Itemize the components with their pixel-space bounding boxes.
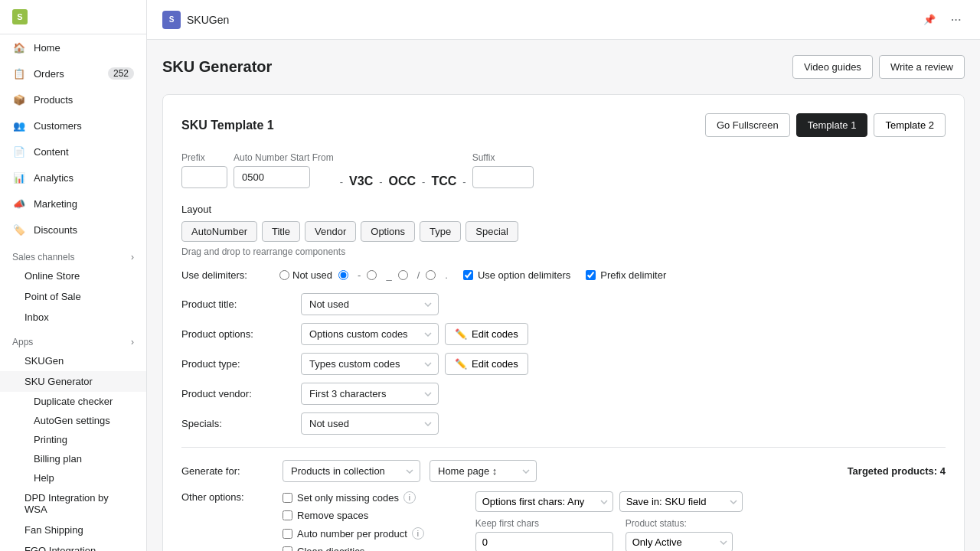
expand-apps-icon[interactable]: › [131,337,134,347]
delimiter-not-used-radio[interactable] [279,270,289,280]
product-type-select[interactable]: Types custom codes Not used Full type [301,353,439,375]
delimiter-slash1-radio[interactable] [398,270,408,280]
product-type-label: Product type: [181,358,289,370]
save-in-select[interactable]: Save in: SKU field Save in: Barcode fiel… [619,491,743,512]
delimiter-dot[interactable] [426,270,439,280]
write-review-button[interactable]: Write a review [879,55,965,79]
specials-select[interactable]: Not used [301,412,439,435]
sidebar-item-fan-shipping[interactable]: Fan Shipping [0,520,146,540]
delimiter-not-used[interactable]: Not used [279,269,332,281]
delimiter-dot-radio[interactable] [426,270,436,280]
template2-button[interactable]: Template 2 [874,113,946,137]
sidebar-item-help[interactable]: Help [0,468,146,487]
auto-number-label: Auto Number Start From [234,152,334,163]
product-vendor-select[interactable]: First 3 characters Not used First 5 char… [301,383,439,405]
marketing-icon: 📣 [12,197,26,210]
auto-number-per-product-checkbox[interactable] [283,529,292,539]
prefix-label: Prefix [181,152,227,163]
video-guides-button[interactable]: Video guides [792,55,873,79]
edit-codes-type-button[interactable]: ✏️ Edit codes [445,353,528,375]
layout-tag-options[interactable]: Options [361,221,415,242]
options-first-chars-select[interactable]: Options first chars: Any Options first c… [475,491,613,512]
product-status-select[interactable]: Only Active All Draft [626,532,733,551]
sku-config-row: Prefix Auto Number Start From - V3C - OC… [181,152,946,188]
info-icon-1[interactable]: i [403,491,416,504]
template-actions: Go Fullscreen Template 1 Template 2 [705,113,946,137]
delimiter-label: Use delimiters: [181,269,273,281]
sidebar-item-fgo[interactable]: FGO Integration [0,540,146,551]
fullscreen-button[interactable]: Go Fullscreen [705,113,790,137]
sidebar-nav-customers[interactable]: 👥 Customers [0,112,146,139]
expand-sales-icon[interactable]: › [131,252,134,262]
suffix-input[interactable] [472,166,534,188]
prefix-delimiter-checkbox[interactable] [586,270,596,280]
delimiter-slash-option1[interactable] [398,270,411,280]
delimiter-dash-radio[interactable] [338,270,348,280]
layout-tags: AutoNumber Title Vendor Options Type Spe… [181,221,946,242]
remove-spaces-checkbox[interactable] [283,510,292,520]
sidebar-item-duplicate-checker[interactable]: Duplicate checker [0,392,146,411]
dot-char: . [445,269,448,281]
remove-spaces-label[interactable]: Remove spaces [283,510,426,521]
product-title-select[interactable]: Not used Full title First 3 characters [301,293,439,315]
sidebar-nav-home[interactable]: 🏠 Home [0,34,146,60]
keep-first-chars-input[interactable] [475,532,613,551]
sidebar-item-autogen-settings[interactable]: AutoGen settings [0,411,146,430]
layout-tag-title[interactable]: Title [262,221,300,242]
auto-number-input[interactable] [234,166,310,188]
underscore-char: _ [386,269,391,281]
sidebar-item-printing[interactable]: Printing [0,430,146,449]
auto-number-per-product-label[interactable]: Auto number per product i [283,527,426,540]
sidebar-item-dpd[interactable]: DPD Integration by WSA [0,487,146,520]
set-only-missing-label[interactable]: Set only missing codes i [283,491,426,504]
prefix-input[interactable] [181,166,227,188]
section-divider [181,447,946,448]
generate-for-select[interactable]: Products in collection All products Sele… [283,460,420,482]
sidebar-nav-marketing[interactable]: 📣 Marketing [0,191,146,217]
edit-codes-options-button[interactable]: ✏️ Edit codes [445,323,528,345]
sidebar-logo: S [0,0,146,34]
sidebar-item-point-of-sale[interactable]: Point of Sale [0,286,146,307]
prefix-delimiter-label[interactable]: Prefix delimiter [586,269,666,281]
sidebar-item-online-store[interactable]: Online Store [0,266,146,286]
sidebar-item-billing-plan[interactable]: Billing plan [0,449,146,468]
specials-label: Specials: [181,418,289,429]
sku-preview: - V3C - OCC - TCC - [340,161,466,188]
pin-icon[interactable]: 📌 [920,11,939,28]
topbar: S SKUGen 📌 ··· [147,0,980,40]
delimiter-dash[interactable] [338,270,351,280]
clean-diacritics-label[interactable]: Clean diacritics [283,546,426,551]
more-options-icon[interactable]: ··· [948,11,965,28]
product-vendor-label: Product vendor: [181,388,289,399]
sidebar-item-inbox[interactable]: Inbox [0,307,146,328]
use-option-delimiters-label[interactable]: Use option delimiters [463,269,570,281]
use-option-delimiters-checkbox[interactable] [463,270,473,280]
sidebar-item-skugen[interactable]: SKUGen [0,350,146,371]
discounts-icon: 🏷️ [12,223,26,236]
product-title-control: Not used Full title First 3 characters [301,293,946,315]
sidebar-nav-discounts[interactable]: 🏷️ Discounts [0,217,146,243]
sidebar-nav-products[interactable]: 📦 Products [0,86,146,112]
info-icon-2[interactable]: i [412,527,424,540]
sidebar-item-sku-generator[interactable]: SKU Generator [0,371,146,392]
layout-tag-autonumber[interactable]: AutoNumber [181,221,257,242]
product-options-select[interactable]: Options custom codes Not used [301,323,439,345]
slash-char: / [417,269,420,281]
sidebar-nav-content[interactable]: 📄 Content [0,139,146,165]
template-title: SKU Template 1 [181,119,274,132]
set-only-missing-checkbox[interactable] [283,493,292,503]
clean-diacritics-checkbox[interactable] [283,546,292,551]
layout-tag-type[interactable]: Type [420,221,461,242]
suffix-group: Suffix [472,152,534,188]
sidebar-nav-orders[interactable]: 📋 Orders 252 [0,60,146,86]
delimiter-underscore[interactable] [367,270,380,280]
collection-select[interactable]: Home page ↕ All [430,460,537,482]
sidebar-nav-analytics[interactable]: 📊 Analytics [0,165,146,191]
home-icon: 🏠 [12,41,26,54]
template1-button[interactable]: Template 1 [796,113,868,137]
keep-first-chars-label: Keep first chars [475,518,613,529]
delimiter-underscore-radio[interactable] [367,270,377,280]
layout-tag-special[interactable]: Special [466,221,518,242]
page-content: SKU Generator Video guides Write a revie… [147,40,980,551]
layout-tag-vendor[interactable]: Vendor [305,221,356,242]
